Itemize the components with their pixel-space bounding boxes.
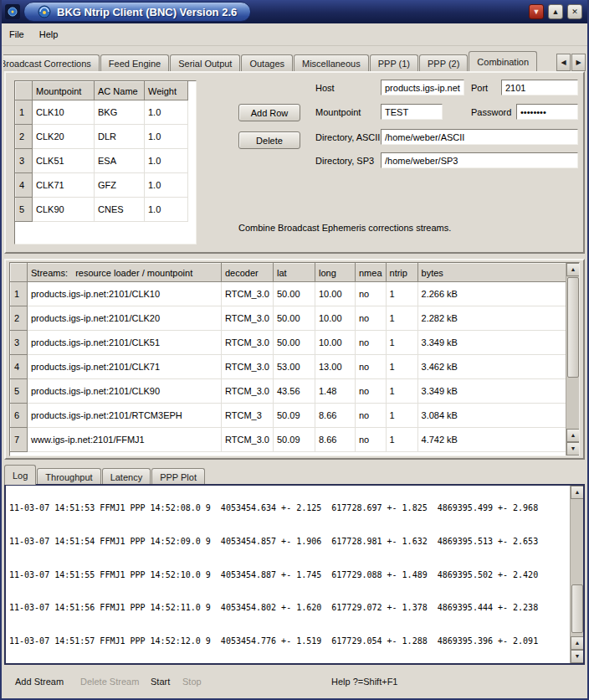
- cell-ntrip[interactable]: 1: [386, 404, 417, 428]
- host-field[interactable]: [381, 80, 464, 95]
- cell-lat[interactable]: 50.00: [274, 331, 315, 355]
- cell-mountpoint[interactable]: CLK20: [33, 125, 95, 149]
- stream-row[interactable]: 1 products.igs-ip.net:2101/CLK10 RTCM_3.…: [11, 282, 569, 306]
- cell-weight[interactable]: 1.0: [145, 173, 188, 198]
- cell-bytes[interactable]: 3.349 kB: [417, 331, 568, 355]
- cell-mountpoint[interactable]: products.igs-ip.net:2101/CLK51: [28, 331, 222, 355]
- cell-mountpoint[interactable]: products.igs-ip.net:2101/RTCM3EPH: [28, 404, 222, 428]
- cell-nmea[interactable]: no: [356, 306, 387, 331]
- cell-ac-name[interactable]: BKG: [95, 100, 145, 125]
- scroll-up-button[interactable]: ▲: [566, 263, 580, 276]
- delete-button[interactable]: Delete: [238, 131, 300, 149]
- cell-nmea[interactable]: no: [356, 331, 387, 355]
- cell-ntrip[interactable]: 1: [386, 355, 417, 379]
- dir-ascii-field[interactable]: [381, 129, 578, 145]
- cell-lat[interactable]: 53.00: [274, 355, 315, 379]
- scroll-up-button-2[interactable]: ▲: [571, 636, 584, 650]
- cell-lat[interactable]: 50.00: [274, 282, 315, 306]
- tab-combination[interactable]: Combination: [469, 51, 537, 71]
- cell-ac-name[interactable]: CNES: [95, 198, 145, 222]
- cell-ntrip[interactable]: 1: [386, 306, 417, 331]
- cell-long[interactable]: 13.00: [315, 355, 356, 379]
- stop-button[interactable]: Stop: [177, 676, 207, 687]
- cell-lat[interactable]: 50.09: [274, 404, 315, 428]
- cell-mountpoint[interactable]: products.igs-ip.net:2101/CLK71: [28, 355, 222, 379]
- stream-row[interactable]: 5 products.igs-ip.net:2101/CLK90 RTCM_3.…: [11, 379, 569, 404]
- tab-outages[interactable]: Outages: [241, 54, 293, 71]
- log-scrollbar[interactable]: ▲ ▲ ▼: [570, 486, 583, 663]
- cell-decoder[interactable]: RTCM_3.0: [222, 331, 274, 355]
- cell-ac-name[interactable]: ESA: [95, 149, 145, 173]
- stream-row[interactable]: 3 products.igs-ip.net:2101/CLK51 RTCM_3.…: [11, 331, 569, 355]
- scroll-down-button[interactable]: ▼: [571, 650, 584, 663]
- scroll-up-button-2[interactable]: ▲: [566, 429, 580, 442]
- cell-nmea[interactable]: no: [356, 282, 387, 306]
- cell-bytes[interactable]: 4.742 kB: [417, 428, 568, 452]
- streams-scrollbar[interactable]: ▲ ▲ ▼: [566, 263, 579, 456]
- cell-long[interactable]: 8.66: [315, 404, 356, 428]
- mountpoint-field[interactable]: [381, 104, 443, 120]
- cell-bytes[interactable]: 2.282 kB: [417, 306, 568, 331]
- cell-nmea[interactable]: no: [356, 428, 387, 452]
- scrollbar-thumb[interactable]: [567, 277, 579, 378]
- port-field[interactable]: [501, 80, 578, 95]
- cell-bytes[interactable]: 3.084 kB: [417, 404, 568, 428]
- cell-mountpoint[interactable]: CLK51: [33, 149, 95, 173]
- tab-ppp-2[interactable]: PPP (2): [419, 54, 468, 71]
- cell-decoder[interactable]: RTCM_3.0: [222, 379, 274, 404]
- cell-weight[interactable]: 1.0: [145, 149, 188, 173]
- password-field[interactable]: [516, 104, 578, 120]
- tab-scroll-right-button[interactable]: ▶: [571, 54, 586, 71]
- cell-bytes[interactable]: 3.462 kB: [417, 355, 568, 379]
- menu-help[interactable]: Help: [32, 26, 66, 43]
- add-stream-button[interactable]: Add Stream: [10, 676, 69, 687]
- add-row-button[interactable]: Add Row: [238, 104, 300, 121]
- cell-ntrip[interactable]: 1: [386, 428, 417, 452]
- cell-mountpoint[interactable]: products.igs-ip.net:2101/CLK90: [28, 379, 222, 404]
- minimize-button[interactable]: ▼: [529, 4, 544, 19]
- tab-scroll-left-button[interactable]: ◀: [556, 54, 571, 71]
- cell-decoder[interactable]: RTCM_3.0: [222, 306, 274, 331]
- cell-long[interactable]: 10.00: [315, 306, 356, 331]
- cell-decoder[interactable]: RTCM_3.0: [222, 428, 274, 452]
- cell-ntrip[interactable]: 1: [386, 282, 417, 306]
- stream-row[interactable]: 7 www.igs-ip.net:2101/FFMJ1 RTCM_3.0 50.…: [11, 428, 569, 452]
- delete-stream-button[interactable]: Delete Stream: [75, 676, 144, 687]
- scroll-down-button[interactable]: ▼: [566, 442, 580, 456]
- cell-nmea[interactable]: no: [356, 379, 387, 404]
- cell-nmea[interactable]: no: [356, 404, 387, 428]
- menu-file[interactable]: File: [2, 26, 32, 43]
- cell-long[interactable]: 1.48: [315, 379, 356, 404]
- cell-lat[interactable]: 50.00: [274, 306, 315, 331]
- log-view[interactable]: 11-03-07 14:51:53 FFMJ1 PPP 14:52:08.0 9…: [4, 484, 585, 665]
- cell-decoder[interactable]: RTCM_3.0: [222, 355, 274, 379]
- cell-long[interactable]: 10.00: [315, 331, 356, 355]
- tab-broadcast-corrections[interactable]: Broadcast Corrections: [3, 54, 100, 71]
- window-menu-button[interactable]: [5, 4, 20, 19]
- start-button[interactable]: Start: [146, 676, 175, 687]
- stream-row[interactable]: 4 products.igs-ip.net:2101/CLK71 RTCM_3.…: [11, 355, 569, 379]
- cell-lat[interactable]: 50.09: [274, 428, 315, 452]
- cell-ac-name[interactable]: DLR: [95, 125, 145, 149]
- cell-nmea[interactable]: no: [356, 355, 387, 379]
- cell-decoder[interactable]: RTCM_3: [222, 404, 274, 428]
- tab-feed-engine[interactable]: Feed Engine: [100, 54, 169, 71]
- cell-long[interactable]: 10.00: [315, 282, 356, 306]
- tab-ppp-1[interactable]: PPP (1): [370, 54, 418, 71]
- close-button[interactable]: ✕: [567, 4, 582, 19]
- maximize-button[interactable]: ▲: [548, 4, 563, 19]
- cell-mountpoint[interactable]: products.igs-ip.net:2101/CLK20: [28, 306, 222, 331]
- cell-lat[interactable]: 43.56: [274, 379, 315, 404]
- titlebar[interactable]: BKG Ntrip Client (BNC) Version 2.6 ▼ ▲ ✕: [0, 0, 589, 24]
- cell-weight[interactable]: 1.0: [145, 198, 188, 222]
- cell-bytes[interactable]: 3.349 kB: [417, 379, 568, 404]
- cell-mountpoint[interactable]: products.igs-ip.net:2101/CLK10: [28, 282, 222, 306]
- tab-miscellaneous[interactable]: Miscellaneous: [294, 54, 369, 71]
- cell-ntrip[interactable]: 1: [386, 331, 417, 355]
- dir-sp3-field[interactable]: [381, 152, 578, 168]
- cell-ac-name[interactable]: GFZ: [95, 173, 145, 198]
- cell-weight[interactable]: 1.0: [145, 125, 188, 149]
- cell-ntrip[interactable]: 1: [386, 379, 417, 404]
- cell-long[interactable]: 8.66: [315, 428, 356, 452]
- cell-mountpoint[interactable]: www.igs-ip.net:2101/FFMJ1: [28, 428, 222, 452]
